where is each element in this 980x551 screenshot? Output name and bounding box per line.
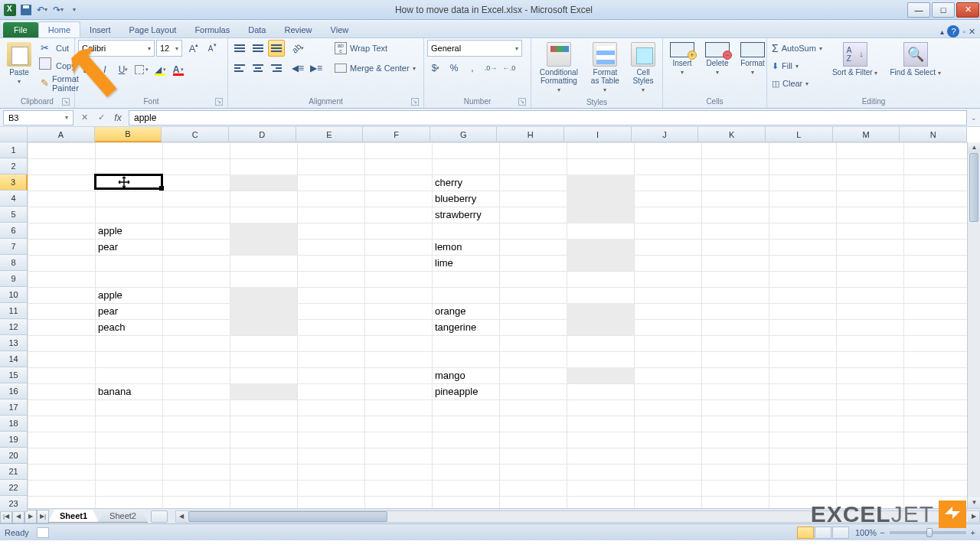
clear-button[interactable]: ◫Clear▾ (770, 75, 824, 92)
align-top-button[interactable] (231, 40, 248, 57)
font-launcher[interactable]: ↘ (215, 98, 223, 106)
enter-formula-button[interactable]: ✓ (93, 110, 109, 126)
align-center-button[interactable] (250, 60, 266, 77)
font-color-button[interactable]: A▾ (170, 61, 187, 78)
scroll-down-button[interactable]: ▼ (968, 497, 980, 508)
number-format-select[interactable]: General▾ (427, 40, 522, 57)
font-name-select[interactable]: Calibri▾ (78, 40, 155, 57)
zoom-level[interactable]: 100% (855, 528, 877, 537)
conditional-formatting-button[interactable]: Conditional Formatting ▾ (534, 40, 583, 96)
row-header[interactable]: 16 (0, 383, 28, 399)
row-header[interactable]: 18 (0, 416, 28, 432)
fill-color-button[interactable]: ◢▾ (152, 61, 168, 78)
borders-button[interactable]: ▾ (133, 61, 150, 78)
column-header[interactable]: M (833, 127, 900, 142)
close-button[interactable]: ✕ (956, 2, 979, 18)
cell[interactable]: apple (95, 223, 162, 239)
format-as-table-button[interactable]: Format as Table ▾ (586, 40, 624, 96)
app-icon[interactable] (3, 3, 17, 17)
cells-area[interactable]: appleapplepearapplepearpeachbananacherry… (28, 142, 967, 508)
cell[interactable]: banana (95, 383, 162, 399)
row-header[interactable]: 2 (0, 158, 28, 174)
fill-button[interactable]: ⬇Fill▾ (770, 57, 824, 74)
tab-home[interactable]: Home (38, 21, 80, 37)
tab-review[interactable]: Review (275, 22, 321, 37)
decrease-decimal-button[interactable]: ←.0 (501, 60, 518, 77)
zoom-slider[interactable] (890, 531, 966, 534)
shaded-cell[interactable] (567, 239, 634, 271)
fx-icon[interactable]: fx (110, 110, 126, 126)
sheet-tab-1[interactable]: Sheet1 (48, 510, 99, 523)
wrap-text-button[interactable]: abcWrap Text (331, 40, 420, 57)
save-button[interactable] (19, 3, 33, 17)
column-header[interactable]: B (95, 127, 162, 142)
align-middle-button[interactable] (250, 40, 266, 57)
active-cell-border[interactable] (94, 174, 163, 190)
autosum-button[interactable]: ΣAutoSum▾ (770, 40, 824, 57)
cell[interactable]: pear (95, 303, 162, 319)
tab-data[interactable]: Data (239, 22, 275, 37)
column-header[interactable]: A (28, 127, 95, 142)
scroll-left-button[interactable]: ◀ (176, 511, 187, 522)
select-all-corner[interactable] (0, 127, 28, 142)
increase-indent-button[interactable]: ▶≡ (308, 60, 325, 77)
sheet-tab-2[interactable]: Sheet2 (98, 510, 148, 523)
tab-insert[interactable]: Insert (80, 22, 120, 37)
help-icon[interactable]: ? (947, 25, 959, 37)
shaded-cell[interactable] (230, 383, 297, 399)
shaded-cell[interactable] (230, 174, 297, 191)
shaded-cell[interactable] (567, 303, 634, 335)
accounting-format-button[interactable]: $▾ (427, 60, 444, 77)
zoom-in-button[interactable]: + (971, 528, 975, 537)
expand-formula-bar[interactable]: ⌄ (967, 114, 980, 122)
column-header[interactable]: L (766, 127, 833, 142)
cell[interactable]: lemon (432, 239, 499, 255)
shaded-cell[interactable] (567, 174, 634, 223)
undo-button[interactable]: ↶▾ (35, 3, 49, 17)
close-workbook-icon[interactable]: ✕ (969, 27, 975, 37)
paste-button[interactable]: Paste▾ (3, 40, 35, 88)
row-header[interactable]: 13 (0, 335, 28, 351)
macro-record-icon[interactable] (37, 527, 49, 538)
bold-button[interactable]: B (78, 61, 95, 78)
cell[interactable]: apple (95, 287, 162, 303)
minimize-ribbon-icon[interactable]: ▴ (940, 28, 944, 36)
sort-filter-button[interactable]: AZ↓Sort & Filter ▾ (828, 40, 882, 80)
align-left-button[interactable] (231, 60, 248, 77)
row-header[interactable]: 1 (0, 142, 28, 158)
row-header[interactable]: 17 (0, 399, 28, 416)
row-header[interactable]: 22 (0, 480, 28, 496)
shaded-cell[interactable] (230, 287, 297, 335)
row-header[interactable]: 3 (0, 174, 28, 191)
column-header[interactable]: N (900, 127, 967, 142)
scroll-up-button[interactable]: ▲ (968, 142, 980, 153)
decrease-indent-button[interactable]: ◀≡ (289, 60, 306, 77)
number-launcher[interactable]: ↘ (518, 98, 526, 106)
column-header[interactable]: K (698, 127, 766, 142)
zoom-out-button[interactable]: − (880, 528, 884, 537)
orientation-button[interactable]: ab▾ (289, 40, 306, 57)
row-header[interactable]: 10 (0, 287, 28, 303)
merge-center-button[interactable]: Merge & Center▾ (331, 60, 420, 77)
shrink-font-button[interactable]: A▾ (202, 40, 219, 57)
column-header[interactable]: J (632, 127, 699, 142)
minimize-button[interactable]: — (907, 2, 930, 18)
increase-decimal-button[interactable]: .0→ (482, 60, 499, 77)
row-header[interactable]: 12 (0, 319, 28, 335)
format-cells-button[interactable]: Format▾ (737, 40, 769, 79)
cell[interactable]: cherry (432, 174, 499, 191)
scroll-right-button[interactable]: ▶ (969, 511, 979, 522)
row-header[interactable]: 8 (0, 255, 28, 271)
last-sheet-button[interactable]: ▶| (37, 510, 49, 523)
column-header[interactable]: E (296, 127, 364, 142)
cell[interactable]: blueberry (432, 191, 499, 207)
tab-page-layout[interactable]: Page Layout (120, 22, 186, 37)
maximize-button[interactable]: □ (932, 2, 955, 18)
column-header[interactable]: I (564, 127, 632, 142)
cell[interactable]: tangerine (432, 319, 499, 335)
vertical-scrollbar[interactable]: ▲ ▼ (967, 142, 980, 508)
row-header[interactable]: 14 (0, 351, 28, 367)
italic-button[interactable]: I (96, 61, 113, 78)
delete-cells-button[interactable]: −Delete▾ (701, 40, 733, 79)
row-header[interactable]: 20 (0, 448, 28, 464)
